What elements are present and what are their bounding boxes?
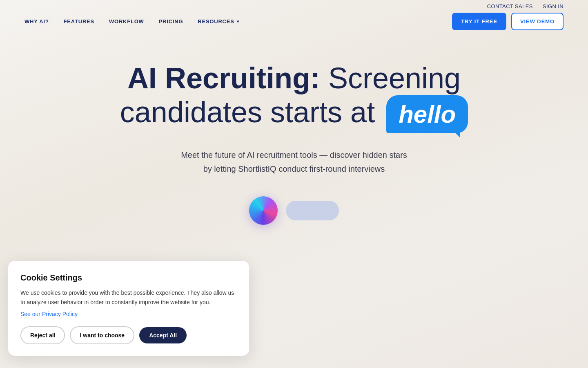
accept-all-button[interactable]: Accept All: [139, 327, 187, 343]
contact-sales-link[interactable]: CONTACT SALES: [487, 3, 533, 9]
cta-pill[interactable]: [286, 201, 339, 220]
nav-item-why-ai[interactable]: WHY AI?: [24, 18, 49, 25]
hero-cta: [8, 196, 580, 225]
i-want-to-choose-button[interactable]: I want to choose: [70, 326, 134, 344]
cookie-actions: Reject all I want to choose Accept All: [20, 326, 237, 344]
view-demo-button[interactable]: VIEW DEMO: [511, 13, 564, 30]
cookie-title: Cookie Settings: [20, 273, 237, 283]
hero-subtitle: Meet the future of AI recruitment tools …: [8, 148, 580, 176]
nav-actions: TRY IT FREE VIEW DEMO: [452, 13, 564, 30]
sign-in-link[interactable]: SIGN IN: [543, 3, 564, 9]
nav-item-resources[interactable]: RESOURCES ▾: [198, 18, 239, 25]
hero-title-bold: AI Recruiting:: [127, 62, 320, 94]
top-bar: CONTACT SALES SIGN IN: [0, 0, 588, 13]
nav-item-pricing[interactable]: PRICING: [159, 18, 183, 25]
nav-item-features[interactable]: FEATURES: [64, 18, 94, 25]
cookie-body: We use cookies to provide you with the b…: [20, 288, 237, 307]
cookie-banner: Cookie Settings We use cookies to provid…: [8, 261, 249, 356]
resources-chevron-icon: ▾: [237, 19, 239, 24]
hero-section: AI Recruiting: Screeningcandidates start…: [0, 37, 588, 241]
try-free-button[interactable]: TRY IT FREE: [452, 13, 506, 30]
reject-all-button[interactable]: Reject all: [20, 326, 65, 344]
ai-orb-icon: [249, 196, 278, 225]
hero-title: AI Recruiting: Screeningcandidates start…: [8, 61, 580, 133]
nav-item-workflow[interactable]: WORKFLOW: [109, 18, 144, 25]
hello-bubble: hello: [386, 95, 468, 133]
nav-links: WHY AI? FEATURES WORKFLOW PRICING RESOUR…: [24, 18, 239, 25]
privacy-policy-link[interactable]: See our Privacy Policy: [20, 311, 237, 317]
navbar: WHY AI? FEATURES WORKFLOW PRICING RESOUR…: [0, 13, 588, 37]
